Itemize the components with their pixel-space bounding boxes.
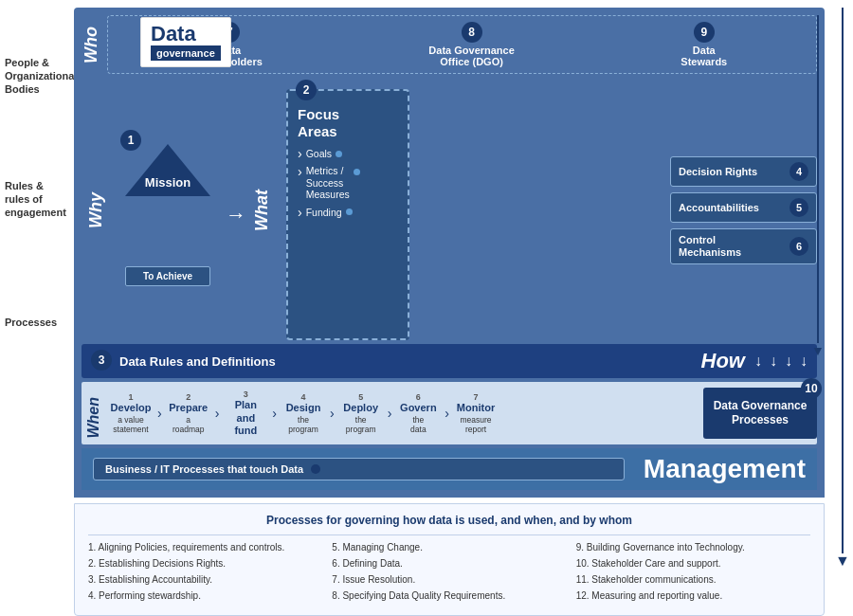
when-label: When (82, 388, 106, 439)
management-row: Business / IT Processes that touch Data … (82, 448, 817, 490)
badge-9: 9 (694, 22, 715, 43)
dg-processes-text: Data Governance Processes (714, 399, 808, 428)
bottom-item-11: 11. Stakeholder communications. (576, 573, 810, 587)
right-arrow-col: ▼ (832, 0, 853, 616)
accountabilities-label: Accountabilities (679, 202, 759, 213)
step-7: 7 Monitor measure report (451, 390, 500, 436)
top-section: Who 7 Data Stakeholders 8 Data Governanc… (74, 8, 825, 498)
how-arrow3: ↓ (785, 353, 792, 370)
how-arrow4: ↓ (800, 353, 808, 370)
badge-6: 6 (789, 237, 808, 256)
rules-label: Rules & rules of engagement (5, 179, 69, 220)
bottom-item-3: 3. Establishing Accountability. (88, 573, 322, 587)
mission-arrow: → (226, 203, 246, 227)
bottom-item-7: 7. Issue Resolution. (332, 573, 566, 587)
badge-4: 4 (789, 162, 808, 181)
processes-label-block: Processes (5, 275, 69, 370)
decision-rights-box: Decision Rights 4 (670, 156, 817, 187)
focus-funding: Funding (306, 207, 342, 218)
dgo-title: Data GovernanceOffice (DGO) (428, 45, 514, 67)
people-label: People & Organizational Bodies (5, 56, 69, 97)
control-mechanisms-label: ControlMechanisms (679, 234, 741, 259)
decision-rights-label: Decision Rights (679, 166, 757, 177)
arrow-goals: › (298, 146, 302, 161)
goals-dot (336, 151, 342, 157)
how-arrow1: ↓ (754, 353, 762, 370)
bottom-item-10: 10. Stakeholder Care and support. (576, 557, 810, 571)
step-arrow-5: › (388, 406, 392, 421)
focus-goals: Goals (306, 148, 332, 159)
step-6: 6 Govern the data (393, 390, 443, 436)
business-it-processes: Business / IT Processes that touch Data (93, 458, 625, 480)
focus-areas: 2 FocusAreas › Goals › Metrics /SuccessM… (286, 89, 409, 340)
why-label: Why (86, 192, 106, 228)
step-arrow-4: › (330, 406, 335, 421)
arrow-metrics: › (298, 165, 302, 178)
processes-label: Processes (5, 316, 69, 329)
why-col: Why (82, 80, 110, 340)
how-arrow2: ↓ (770, 353, 777, 370)
bottom-item-4: 4. Performing stewardship. (88, 589, 322, 603)
mission-title: Mission (145, 175, 191, 190)
accountabilities-box: Accountabilities 5 (670, 192, 817, 223)
step-arrow-1: › (157, 406, 162, 421)
badge-2: 2 (296, 80, 317, 100)
process-row: When 1 Develop a value statement › 2 Pre… (82, 382, 817, 444)
bottom-item-9: 9. Building Governance into Technology. (576, 541, 810, 554)
step-3: 3 Plan and fund (221, 388, 270, 439)
badge-10: 10 (801, 378, 822, 399)
right-side-boxes: Decision Rights 4 Accountabilities 5 Con… (670, 80, 817, 340)
control-mechanisms-box: ControlMechanisms 6 (670, 228, 817, 264)
management-title: Management (644, 454, 806, 484)
to-achieve-box: To Achieve (125, 236, 210, 286)
bottom-item-5: 5. Managing Change. (332, 541, 566, 554)
main-content: Who 7 Data Stakeholders 8 Data Governanc… (74, 0, 832, 616)
bottom-cols: 1. Aligning Policies, requirements and c… (88, 541, 810, 606)
data-rules-row: 3 Data Rules and Definitions How ↓ ↓ ↓ ↓ (82, 344, 817, 378)
badge-3: 3 (91, 350, 112, 371)
focus-metrics: Metrics /SuccessMeasures (306, 165, 350, 201)
who-label: Who (82, 27, 101, 63)
what-col: What (252, 80, 281, 340)
step-2: 2 Prepare a roadmap (164, 390, 213, 436)
bottom-item-2: 2. Establishing Decisions Rights. (88, 557, 322, 571)
arrow-funding: › (298, 205, 302, 220)
app-wrapper: People & Organizational Bodies Rules & r… (0, 0, 853, 616)
bottom-col-3: 9. Building Governance into Technology. … (576, 541, 810, 606)
stewards-box: 9 Data Stewards (681, 22, 727, 67)
business-it-text: Business / IT Processes that touch Data (105, 463, 303, 475)
mission-area: 1 Mission To Achieve (116, 80, 220, 340)
management-dot (311, 464, 320, 474)
step-arrow-3: › (272, 406, 277, 421)
data-rules-text: Data Rules and Definitions (119, 354, 276, 369)
badge-5: 5 (789, 198, 808, 217)
stewards-title: Data Stewards (681, 45, 727, 67)
step-1: 1 Develop a value statement (106, 390, 155, 436)
data-governance-logo: Data governance (140, 17, 231, 67)
step-4: 4 Design the program (279, 390, 328, 436)
metrics-dot (354, 169, 360, 175)
funding-dot (346, 208, 353, 215)
process-steps: 1 Develop a value statement › 2 Prepare … (106, 388, 703, 439)
left-labels: People & Organizational Bodies Rules & r… (0, 0, 74, 616)
step-arrow-6: › (445, 406, 449, 421)
middle-section: Why 1 Mission To Achieve (82, 80, 817, 340)
how-label: How (701, 349, 745, 373)
bottom-item-6: 6. Defining Data. (332, 557, 566, 571)
bottom-title: Processes for governing how data is used… (88, 514, 810, 527)
bottom-col-2: 5. Managing Change. 6. Defining Data. 7.… (332, 541, 566, 606)
focus-areas-title: FocusAreas (298, 106, 398, 140)
step-arrow-2: › (215, 406, 220, 421)
rules-label-block: Rules & rules of engagement (5, 123, 69, 275)
people-label-block: People & Organizational Bodies (5, 9, 69, 123)
bottom-item-1: 1. Aligning Policies, requirements and c… (88, 541, 322, 554)
step-5: 5 Deploy the program (336, 390, 386, 436)
bottom-item-12: 12. Measuring and reporting value. (576, 589, 810, 603)
dgo-box: 8 Data GovernanceOffice (DGO) (428, 22, 514, 67)
dg-processes-box: 10 Data Governance Processes (703, 388, 817, 439)
bottom-section: Processes for governing how data is used… (74, 503, 825, 616)
what-label: What (252, 190, 272, 231)
badge-8: 8 (462, 22, 482, 43)
bottom-col-1: 1. Aligning Policies, requirements and c… (88, 541, 322, 606)
bottom-item-8: 8. Specifying Data Quality Requirements. (332, 589, 566, 603)
